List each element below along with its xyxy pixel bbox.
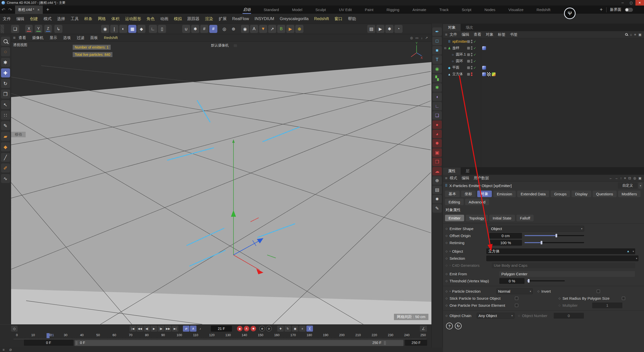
menu-item[interactable]: Greyscalegorilla: [277, 17, 311, 21]
range-slider[interactable]: 0 F 250 F: [74, 340, 404, 346]
om-popout-icon[interactable]: ▣: [638, 33, 641, 36]
keying-settings-button[interactable]: ✱: [251, 326, 256, 331]
filter-icon[interactable]: ≡: [624, 176, 626, 180]
tree-row-loft[interactable]: ⊟ ♟ 放样 ✓: [443, 45, 644, 51]
points-mode-icon[interactable]: ◉: [101, 25, 109, 33]
menu-item[interactable]: 模拟: [171, 16, 185, 22]
new-ui-toggle[interactable]: [625, 8, 633, 12]
interactive-render-icon[interactable]: ◔: [394, 25, 403, 33]
menu-item[interactable]: 帮助: [345, 16, 359, 22]
tree-row-circle1[interactable]: ○ 圆环.1 ✓: [443, 51, 644, 58]
emit-from-select[interactable]: Polygon Center: [499, 271, 635, 277]
preset-caret-icon[interactable]: ▾: [638, 183, 642, 189]
phong-tag[interactable]: [482, 66, 486, 70]
attribute-tab-button[interactable]: Groups: [551, 191, 570, 197]
layout-item[interactable]: Visualize: [502, 6, 530, 14]
layout-item[interactable]: Paint: [358, 6, 380, 14]
hex-a-icon[interactable]: A: [250, 25, 258, 33]
playhead[interactable]: [47, 333, 50, 338]
viewport-menu-item[interactable]: 选项: [60, 35, 74, 40]
layer-color-swatch[interactable]: [467, 60, 470, 63]
menu-item[interactable]: 创建: [27, 16, 41, 22]
next-key-button[interactable]: ▶▶: [165, 326, 171, 332]
om-search-icon[interactable]: [625, 33, 628, 36]
rs-light-icon[interactable]: ✹: [432, 139, 442, 148]
layout-item[interactable]: Model: [286, 6, 309, 14]
move-tool-icon[interactable]: ✚: [1, 68, 10, 77]
om-menu-item[interactable]: 编辑: [459, 32, 471, 37]
cloth-icon[interactable]: ◖: [432, 93, 442, 101]
timeline-ruler[interactable]: 0102030405060708090100110120130140150160…: [14, 333, 426, 339]
instance-icon[interactable]: ❏: [432, 111, 442, 120]
popout-icon[interactable]: ▣: [638, 176, 641, 180]
current-frame-field[interactable]: 21 F: [211, 326, 232, 332]
drop-to-floor-icon[interactable]: ▼: [259, 25, 267, 33]
attribute-tab-button[interactable]: Modifiers: [618, 191, 640, 197]
attribute-tab-button[interactable]: 对象: [477, 191, 492, 197]
selection-caret-icon[interactable]: ▾: [636, 257, 637, 260]
workplane-object-icon[interactable]: ∟: [432, 102, 442, 110]
object-manager-tab[interactable]: 场次: [461, 24, 478, 31]
selection-link-field[interactable]: ▾: [486, 255, 638, 261]
threshold-slider[interactable]: [527, 280, 565, 281]
x-axis-lock-button[interactable]: X: [25, 25, 33, 33]
autokey-mini-toggle[interactable]: A: [190, 326, 196, 332]
goto-start-button[interactable]: |◀: [130, 326, 136, 332]
perspective-viewport[interactable]: Y X 透视视图 默认摄像机 Number of emitters: 1 Tot…: [11, 42, 431, 324]
st-globe-icon[interactable]: ⊕: [432, 176, 442, 185]
render-region-icon[interactable]: ⊛: [229, 25, 237, 33]
object-name[interactable]: 平面: [452, 65, 459, 70]
tree-row-cube[interactable]: ▲ 立方体: [443, 71, 644, 77]
tree-row-circle[interactable]: ○ 圆环 ✓: [443, 58, 644, 64]
next-frame-button[interactable]: |▶: [158, 326, 164, 332]
object-name[interactable]: 放样: [452, 46, 459, 50]
layout-item[interactable]: Track: [433, 6, 455, 14]
menu-item[interactable]: Redshift: [311, 17, 332, 21]
attribute-tab[interactable]: 属性: [443, 167, 461, 175]
emitter-subtab[interactable]: Topology: [466, 215, 488, 221]
menu-item[interactable]: 动画: [157, 16, 171, 22]
phong-tag[interactable]: [482, 46, 486, 50]
viewport-menu-item[interactable]: 面板: [87, 35, 101, 40]
range-grip-right[interactable]: [384, 341, 386, 345]
menu-item[interactable]: 网格: [95, 16, 109, 22]
attribute-tab[interactable]: 层: [461, 167, 474, 175]
invert-checkbox[interactable]: [597, 290, 600, 293]
object-name[interactable]: xpEmitter: [452, 39, 467, 43]
viewport-menu-icon[interactable]: ≡: [13, 35, 16, 40]
reset-button[interactable]: ↻: [455, 323, 462, 329]
enabled-check-icon[interactable]: ✓: [473, 59, 476, 63]
record-pla-toggle[interactable]: ╳: [306, 326, 313, 332]
om-menu-item[interactable]: 文件: [447, 32, 459, 37]
toolbar-grip[interactable]: [1, 25, 4, 33]
document-tab[interactable]: 教程.c4d * ✕: [15, 6, 43, 14]
keyframe-button[interactable]: ◇: [11, 326, 18, 332]
layout-item[interactable]: UV Edit: [332, 6, 358, 14]
object-name[interactable]: 立方体: [452, 72, 463, 76]
record-parameter-toggle[interactable]: ≡: [299, 326, 306, 332]
brush-tool-icon[interactable]: ╱: [1, 153, 10, 162]
menu-item[interactable]: 选择: [54, 16, 68, 22]
goto-end-button[interactable]: ▶|: [172, 326, 178, 332]
preset-dropdown[interactable]: 自定义: [618, 183, 637, 189]
menu-item[interactable]: 运动图形: [122, 16, 144, 22]
loop-toggle[interactable]: ⇄: [183, 326, 189, 332]
keyframe-selection-button[interactable]: ⊕: [259, 326, 265, 331]
rs-proxy-icon[interactable]: ❒: [432, 158, 442, 166]
emitter-subtab[interactable]: Initial State: [489, 215, 515, 221]
emitter-subtab[interactable]: Falloff: [516, 215, 534, 221]
enabled-check-icon[interactable]: ✓: [473, 40, 476, 43]
insydium-deer-logo-icon[interactable]: Ψ: [564, 8, 576, 19]
live-selection-tool-icon[interactable]: ◌: [1, 47, 10, 56]
record-position-toggle[interactable]: ✚: [277, 326, 284, 332]
status-menu-icon[interactable]: ≡: [3, 348, 5, 352]
edit-hexagon-icon[interactable]: ✎: [432, 204, 442, 213]
render-picture-viewer-icon[interactable]: ▶: [376, 25, 384, 33]
trigger-icon[interactable]: ▶: [286, 25, 294, 33]
enabled-check-icon[interactable]: ✓: [473, 66, 476, 70]
menu-item[interactable]: 工具: [68, 16, 82, 22]
redo-icon[interactable]: ↷: [8, 7, 12, 13]
attribute-tab-button[interactable]: Display: [572, 191, 591, 197]
menu-item[interactable]: 模式: [41, 16, 54, 22]
rectangle-spline-tool-icon[interactable]: ▰: [1, 132, 10, 141]
